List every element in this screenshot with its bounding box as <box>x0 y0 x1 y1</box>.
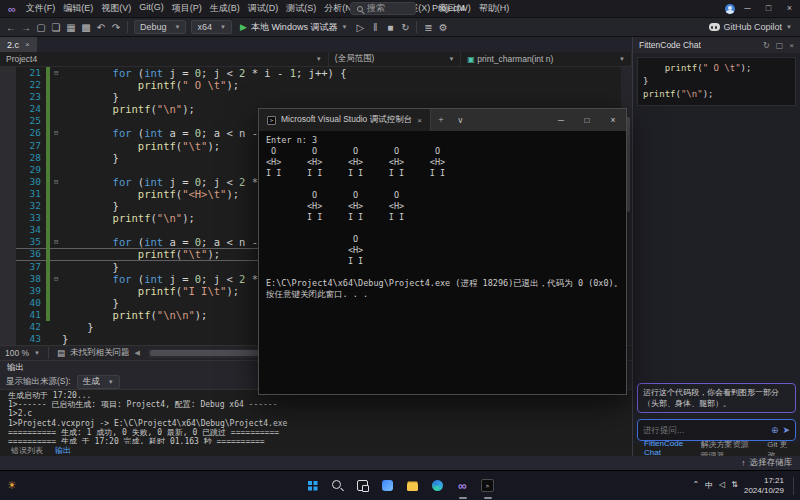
nav-forward-icon[interactable]: → <box>19 22 33 33</box>
refresh-icon[interactable]: ↻ <box>763 41 770 50</box>
scroll-left-icon[interactable]: ◀ <box>135 349 140 357</box>
document-tab[interactable]: 2.c × <box>0 37 37 52</box>
tab-close-icon[interactable]: × <box>25 40 30 49</box>
breakpoint-margin[interactable] <box>0 261 16 273</box>
breakpoint-margin[interactable] <box>0 309 16 321</box>
scrollbar-thumb[interactable] <box>150 350 270 356</box>
solution-explorer-icon[interactable]: ≣ <box>421 22 435 33</box>
weather-widget[interactable]: ☀ <box>7 479 17 492</box>
close-panel-icon[interactable]: × <box>789 41 794 50</box>
breakpoint-margin[interactable] <box>0 224 16 236</box>
breakpoint-margin[interactable] <box>0 127 16 139</box>
breakpoint-margin[interactable] <box>0 248 16 260</box>
maximize-icon[interactable]: □ <box>574 109 600 131</box>
redo-icon[interactable]: ↷ <box>109 22 123 33</box>
send-icon[interactable]: ➤ <box>782 425 790 435</box>
save-icon[interactable]: ▦ <box>64 22 78 33</box>
console-tab[interactable]: > Microsoft Visual Studio 调试控制台 × <box>259 109 431 131</box>
settings-icon[interactable]: ⚙ <box>436 22 450 33</box>
zoom-level[interactable]: 100 % <box>5 348 29 358</box>
breakpoint-margin[interactable] <box>0 297 16 309</box>
breakpoint-margin[interactable] <box>0 200 16 212</box>
select-repository-button[interactable]: ↑ 选择存储库 <box>741 457 792 469</box>
explorer-icon[interactable] <box>404 477 422 495</box>
breakpoint-margin[interactable] <box>0 152 16 164</box>
github-copilot-button[interactable]: GitHub Copilot ▼ <box>705 22 796 32</box>
configuration-dropdown[interactable]: Debug ▼ <box>134 20 186 34</box>
menu-item[interactable]: 生成(B) <box>206 2 244 15</box>
taskbar-clock[interactable]: 17:21 2024/10/29 <box>744 476 784 496</box>
menu-item[interactable]: 调试(D) <box>244 2 283 15</box>
ime-indicator-icon[interactable]: 中 <box>705 480 713 491</box>
close-icon[interactable]: × <box>600 109 626 131</box>
menu-item[interactable]: 帮助(H) <box>475 2 514 15</box>
console-title-bar[interactable]: > Microsoft Visual Studio 调试控制台 × ＋ ∨ ─ … <box>259 109 626 131</box>
menu-item[interactable]: 编辑(E) <box>59 2 97 15</box>
maximize-icon[interactable]: □ <box>760 0 777 17</box>
window-position-icon[interactable]: ▢ <box>776 41 784 50</box>
code-line[interactable]: 21⊟ for (int j = 0; j < 2 * i - 1; j++) … <box>0 67 632 79</box>
breakpoint-margin[interactable] <box>0 212 16 224</box>
task-view-icon[interactable] <box>354 477 372 495</box>
fold-marker[interactable]: ⊟ <box>50 127 62 139</box>
breakpoint-margin[interactable] <box>0 236 16 248</box>
platform-dropdown[interactable]: x64 ▼ <box>191 20 231 34</box>
breakpoint-margin[interactable] <box>0 115 16 127</box>
breakpoint-margin[interactable] <box>0 91 16 103</box>
fold-marker[interactable]: ⊟ <box>50 236 62 248</box>
menu-item[interactable]: 文件(F) <box>22 2 60 15</box>
edge-icon[interactable] <box>429 477 447 495</box>
breakpoint-margin[interactable] <box>0 176 16 188</box>
bottom-tab-1[interactable]: 输出 <box>49 445 77 456</box>
menu-item[interactable]: Git(G) <box>135 2 168 15</box>
start-without-debugging-icon[interactable]: ▷ <box>353 22 367 33</box>
fold-marker[interactable]: ⊟ <box>50 176 62 188</box>
breadcrumb-member-dropdown[interactable]: ▣ print_charman(int n) ▼ <box>461 52 632 66</box>
tab-close-icon[interactable]: × <box>417 116 422 125</box>
minimize-icon[interactable]: ─ <box>548 109 574 131</box>
network-icon[interactable]: ⇅ <box>731 480 738 491</box>
terminal-icon[interactable] <box>479 477 497 495</box>
breakpoint-margin[interactable] <box>0 67 16 79</box>
tray-expand-icon[interactable]: ⌃ <box>692 480 699 491</box>
search-box[interactable]: 搜索 <box>350 2 416 15</box>
new-tab-icon[interactable]: ＋ <box>431 114 452 126</box>
save-all-icon[interactable]: ▩ <box>79 22 93 33</box>
breadcrumb-project-dropdown[interactable]: Project4 ▼ <box>0 52 329 66</box>
minimize-icon[interactable]: ─ <box>739 0 756 17</box>
tab-dropdown-icon[interactable]: ∨ <box>451 115 469 125</box>
bottom-tab-0[interactable]: 错误列表 <box>5 445 49 456</box>
break-all-icon[interactable]: ‖ <box>368 22 382 33</box>
undo-icon[interactable]: ↶ <box>94 22 108 33</box>
breadcrumb-scope-dropdown[interactable]: (全局范围) ▼ <box>329 52 462 66</box>
start-icon[interactable] <box>304 477 322 495</box>
breakpoint-margin[interactable] <box>0 103 16 115</box>
widgets-icon[interactable] <box>379 477 397 495</box>
breakpoint-margin[interactable] <box>0 79 16 91</box>
visual-studio-icon[interactable] <box>454 477 472 495</box>
chat-input-box[interactable]: ⊕ ➤ <box>637 419 796 441</box>
volume-icon[interactable]: ◁ <box>719 480 725 491</box>
account-icon[interactable] <box>725 4 735 14</box>
output-source-dropdown[interactable]: 生成 ▼ <box>77 375 120 389</box>
breakpoint-margin[interactable] <box>0 273 16 285</box>
fold-marker[interactable]: ⊟ <box>50 273 62 285</box>
search-icon[interactable] <box>329 477 347 495</box>
attach-icon[interactable]: ⊕ <box>771 425 779 435</box>
fold-marker[interactable]: ⊟ <box>50 67 62 79</box>
menu-item[interactable]: 项目(P) <box>168 2 206 15</box>
menu-item[interactable]: 测试(S) <box>282 2 320 15</box>
breakpoint-margin[interactable] <box>0 285 16 297</box>
start-debugging-button[interactable]: ▶ 本地 Windows 调试器 ▼ <box>235 21 352 34</box>
breakpoint-margin[interactable] <box>0 333 16 345</box>
chat-input[interactable] <box>643 425 767 435</box>
show-desktop-button[interactable] <box>793 477 795 495</box>
open-folder-icon[interactable]: ❏ <box>49 22 63 33</box>
restart-icon[interactable]: ↻ <box>398 22 412 33</box>
new-file-icon[interactable]: ▢ <box>34 22 48 33</box>
nav-back-icon[interactable]: ← <box>4 22 18 33</box>
breakpoint-margin[interactable] <box>0 321 16 333</box>
code-line[interactable]: 23 } <box>0 91 632 103</box>
breakpoint-margin[interactable] <box>0 164 16 176</box>
menu-item[interactable]: 视图(V) <box>97 2 135 15</box>
